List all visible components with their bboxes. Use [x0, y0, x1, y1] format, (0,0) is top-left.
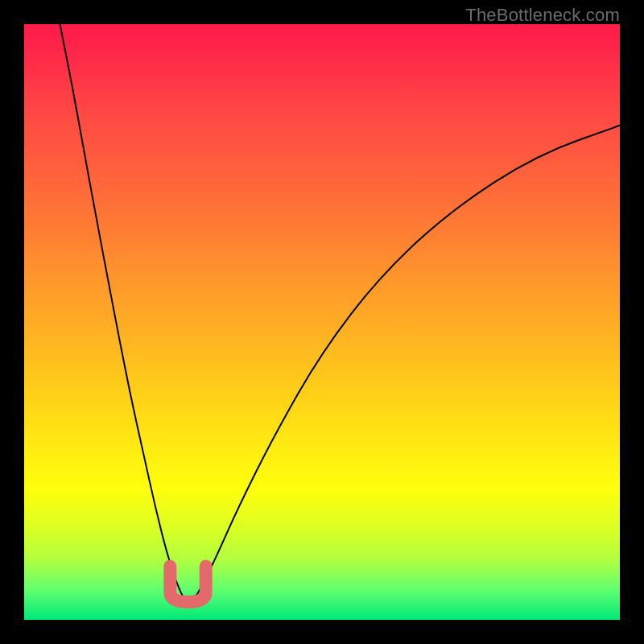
chart-frame: TheBottleneck.com — [0, 0, 644, 644]
bottleneck-curve-path — [60, 24, 620, 602]
optimal-range-marker — [170, 566, 205, 601]
chart-svg — [24, 24, 620, 620]
plot-area — [24, 24, 620, 620]
attribution-text: TheBottleneck.com — [465, 5, 620, 26]
